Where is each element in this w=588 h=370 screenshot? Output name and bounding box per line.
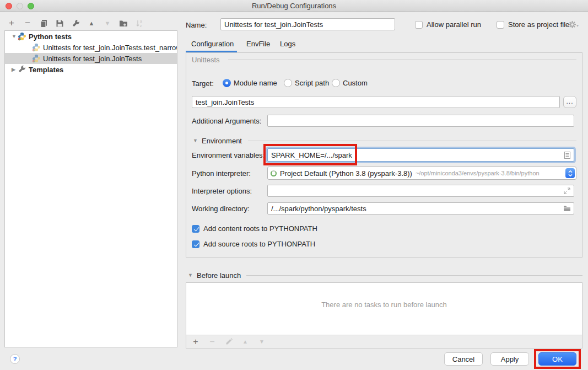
store-as-project-file-label: Store as project file [508, 20, 569, 29]
tree-item-test-narrow[interactable]: Unittests for test_join.JoinTests.test_n… [5, 42, 177, 53]
environment-collapse-icon[interactable]: ▼ [193, 138, 198, 143]
target-input[interactable] [192, 96, 560, 108]
tree-item-label: Python tests [29, 33, 72, 41]
additional-arguments-label: Additional Arguments: [192, 117, 261, 125]
tab-configuration[interactable]: Configuration [191, 40, 234, 48]
collapsed-arrow-icon[interactable]: ▶ [12, 67, 18, 72]
plus-icon: + [9, 19, 14, 27]
section-divider [246, 275, 582, 276]
store-options-gear-button[interactable]: ▾ [568, 20, 579, 31]
browse-directory-button[interactable] [563, 205, 571, 212]
expand-field-button[interactable] [563, 187, 571, 195]
move-down-button[interactable]: ▼ [103, 18, 112, 28]
move-task-up-button[interactable]: ▲ [240, 337, 250, 347]
chevron-down-icon: ▾ [576, 23, 579, 28]
apply-button[interactable]: Apply [490, 352, 529, 366]
new-folder-button[interactable] [118, 18, 128, 28]
folder-icon [563, 205, 571, 212]
save-icon [56, 19, 64, 28]
add-source-roots-checkbox[interactable]: Add source roots to PYTHONPATH [192, 240, 315, 248]
edit-templates-button[interactable] [71, 18, 80, 28]
save-configuration-button[interactable] [55, 18, 64, 28]
wrench-icon [72, 19, 80, 28]
remove-task-button[interactable]: − [207, 337, 217, 347]
question-mark-icon: ? [13, 356, 17, 362]
tree-item-label: Unittests for test_join.JoinTests.test_n… [43, 44, 177, 52]
python-interpreter-label: Python interpreter: [192, 169, 251, 178]
allow-parallel-run-label: Allow parallel run [427, 20, 481, 29]
before-launch-collapse-icon[interactable]: ▼ [188, 272, 193, 278]
target-radio-script-path[interactable]: Script path [284, 79, 329, 87]
copy-icon [40, 19, 48, 28]
target-radio-custom[interactable]: Custom [332, 79, 368, 87]
before-launch-toolbar: + − ▲ ▼ [186, 335, 582, 348]
sort-az-icon: az [136, 19, 143, 28]
python-test-icon [32, 43, 41, 52]
move-up-button[interactable]: ▲ [87, 18, 96, 28]
window-title: Run/Debug Configurations [252, 2, 336, 10]
add-configuration-button[interactable]: + [7, 18, 17, 28]
allow-parallel-run-checkbox[interactable]: Allow parallel run [415, 20, 481, 29]
svg-text:a: a [140, 19, 142, 23]
checkbox-checked-icon [192, 225, 199, 233]
before-launch-section-title: Before launch [197, 271, 241, 280]
before-launch-task-list: There are no tasks to run before launch … [186, 282, 582, 348]
help-button[interactable]: ? [10, 354, 20, 364]
section-divider [248, 141, 576, 141]
list-icon [564, 152, 570, 159]
store-as-project-file-checkbox[interactable]: Store as project file [497, 20, 569, 29]
radio-selected-icon [223, 79, 231, 87]
close-window-button[interactable] [6, 3, 12, 9]
python-test-icon [32, 54, 41, 63]
target-radio-module-name[interactable]: Module name [223, 79, 277, 87]
add-task-button[interactable]: + [191, 337, 201, 347]
move-task-down-button[interactable]: ▼ [257, 337, 267, 347]
ok-button[interactable]: OK [538, 352, 576, 366]
expanded-arrow-icon[interactable]: ▼ [12, 34, 18, 39]
tree-item-python-tests[interactable]: ▼ Python tests [5, 31, 177, 42]
add-source-roots-label: Add source roots to PYTHONPATH [203, 240, 315, 248]
interpreter-options-input[interactable] [267, 185, 574, 197]
minimize-window-button[interactable] [17, 3, 23, 9]
interpreter-options-label: Interpreter options: [192, 187, 252, 195]
interpreter-path: ~/opt/miniconda3/envs/pyspark-3.8/bin/py… [416, 170, 540, 176]
plus-icon: + [193, 338, 198, 346]
tab-logs[interactable]: Logs [280, 40, 295, 48]
browse-target-button[interactable]: ... [563, 96, 576, 108]
edit-variables-button[interactable] [563, 151, 571, 159]
target-label: Target: [192, 79, 214, 88]
gear-icon [568, 20, 576, 29]
additional-arguments-input[interactable] [267, 115, 574, 127]
minus-icon: − [25, 19, 30, 27]
remove-configuration-button[interactable]: − [23, 18, 33, 28]
interpreter-value: Project Default (Python 3.8 (pyspark-3.8… [280, 169, 412, 178]
sort-configurations-button[interactable]: az [134, 18, 144, 28]
cancel-button[interactable]: Cancel [444, 352, 483, 366]
unittests-group-title: Unittests [192, 56, 220, 64]
name-input[interactable] [220, 18, 395, 30]
expand-icon [564, 187, 570, 194]
environment-section-title: Environment [202, 137, 242, 145]
checkbox-icon [497, 21, 504, 29]
checkbox-checked-icon [192, 240, 199, 248]
working-directory-input[interactable] [267, 202, 574, 215]
edit-task-button[interactable] [224, 337, 234, 347]
tab-envfile[interactable]: EnvFile [246, 40, 270, 48]
window-titlebar: Run/Debug Configurations [0, 0, 588, 12]
configurations-toolbar: + − ▲ ▼ az [7, 17, 144, 29]
zoom-window-button[interactable] [28, 3, 34, 9]
tree-item-templates[interactable]: ▶ Templates [5, 64, 177, 75]
copy-configuration-button[interactable] [39, 18, 48, 28]
environment-variables-input[interactable] [267, 148, 574, 162]
environment-variables-label: Environment variables: [192, 151, 265, 159]
python-interpreter-select[interactable]: Project Default (Python 3.8 (pyspark-3.8… [267, 167, 576, 180]
tree-item-jointests-selected[interactable]: Unittests for test_join.JoinTests [5, 53, 177, 64]
triangle-up-icon: ▲ [242, 339, 248, 345]
folder-plus-icon [119, 19, 128, 28]
triangle-up-icon: ▲ [89, 20, 95, 26]
conda-env-icon [271, 170, 277, 176]
templates-wrench-icon [18, 65, 26, 74]
add-content-roots-checkbox[interactable]: Add content roots to PYTHONPATH [192, 224, 317, 233]
add-content-roots-label: Add content roots to PYTHONPATH [203, 224, 317, 233]
ellipsis-icon: ... [566, 98, 573, 105]
